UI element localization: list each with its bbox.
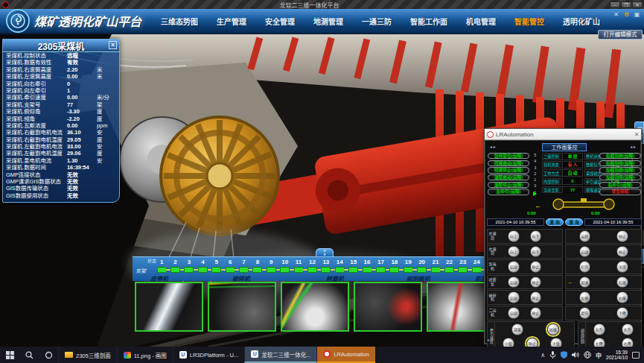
- circle-button[interactable]: 停止: [530, 291, 542, 303]
- defender-shield-icon[interactable]: [561, 351, 567, 359]
- circle-button[interactable]: 减速: [511, 323, 523, 335]
- close-button[interactable]: ✕: [632, 1, 643, 8]
- open-edit-mode-button[interactable]: 打开编辑模式: [598, 30, 643, 40]
- circle-button[interactable]: 运转: [579, 230, 591, 242]
- camera-thumbnail-2[interactable]: [208, 282, 276, 332]
- remote-button-left-4[interactable]: 油泵启动(远程): [488, 174, 529, 180]
- menu-item-1[interactable]: 三维态势图: [161, 16, 198, 27]
- lra-close-icon[interactable]: ✕: [632, 131, 641, 138]
- circle-button[interactable]: 右移: [616, 291, 628, 303]
- circle-button[interactable]: 停止: [616, 230, 628, 242]
- circle-button[interactable]: 左移: [579, 291, 591, 303]
- menu-item-3[interactable]: 安全管理: [265, 16, 295, 27]
- support-status-square[interactable]: [335, 267, 345, 273]
- cortana-icon[interactable]: [39, 347, 58, 363]
- screen-icon[interactable]: ▣: [633, 10, 641, 19]
- taskbar-item-3[interactable]: ULR3DPlatform - U...: [173, 347, 244, 363]
- nav-arrows-right[interactable]: ◂ ▸: [630, 144, 636, 149]
- circle-button[interactable]: 启动: [508, 291, 520, 303]
- maximize-button[interactable]: ❐: [621, 1, 631, 8]
- circle-button[interactable]: 提升: [579, 307, 591, 319]
- support-status-square[interactable]: [307, 267, 317, 273]
- support-status-square[interactable]: [252, 267, 262, 273]
- support-status-square[interactable]: [389, 267, 399, 273]
- minimize-button[interactable]: —: [610, 1, 620, 8]
- circle-button[interactable]: 向下: [530, 246, 542, 258]
- camera-thumbnail-4[interactable]: [354, 282, 422, 332]
- circle-button[interactable]: 停止: [530, 307, 542, 319]
- taskbar-item-4[interactable]: U龙软二三维一体化...: [244, 347, 316, 363]
- search-icon[interactable]: [19, 347, 39, 363]
- support-status-square[interactable]: [444, 267, 454, 273]
- camera-thumbnail-3[interactable]: [281, 282, 349, 332]
- circle-button[interactable]: 向上: [508, 230, 520, 242]
- support-status-square[interactable]: [239, 267, 249, 273]
- circle-button[interactable]: 向下: [530, 230, 542, 242]
- network-globe-icon[interactable]: [584, 351, 591, 359]
- support-status-square[interactable]: [198, 267, 208, 273]
- support-status-square[interactable]: [348, 267, 358, 273]
- circle-button[interactable]: 启动: [508, 261, 520, 273]
- lra-bottom-arrows[interactable]: ◂ ▸: [487, 337, 493, 342]
- remote-button-right-1[interactable]: 右截割启(远程): [599, 153, 641, 159]
- menu-item-2[interactable]: 生产管理: [217, 16, 246, 27]
- taskbar-item-5[interactable]: LRAutomation: [316, 347, 375, 363]
- menu-item-9[interactable]: 透明化矿山: [563, 16, 600, 27]
- speaker-icon[interactable]: [572, 351, 579, 359]
- remote-button-right-2[interactable]: 右截割停(远程): [599, 160, 641, 166]
- tools-icon[interactable]: ✕: [612, 10, 620, 19]
- support-status-square[interactable]: [376, 267, 386, 273]
- circle-button[interactable]: 左升: [593, 323, 605, 335]
- query-button-left[interactable]: 查 询: [546, 218, 564, 226]
- circle-button[interactable]: 下降: [616, 307, 628, 319]
- support-status-square[interactable]: [321, 267, 331, 273]
- circle-button[interactable]: 停止: [530, 277, 542, 288]
- action-center-icon[interactable]: [632, 352, 640, 359]
- taskbar-item-2[interactable]: 11.png - 画图: [117, 347, 173, 363]
- support-status-square[interactable]: [267, 267, 276, 273]
- circle-button[interactable]: 打开: [579, 261, 591, 273]
- circle-button[interactable]: 停止: [616, 246, 628, 258]
- taskbar-clock[interactable]: 16:39 2021/4/10: [606, 350, 628, 361]
- menu-item-8[interactable]: 智能管控: [514, 16, 544, 27]
- support-status-square[interactable]: [417, 267, 427, 273]
- camera-thumbnail-1[interactable]: [135, 282, 203, 332]
- remote-button-right-5[interactable]: 右牵引(远程): [599, 182, 641, 188]
- query-button-right[interactable]: 查 询: [565, 218, 583, 226]
- nav-arrows-left[interactable]: ◂ ▸: [490, 144, 496, 149]
- support-status-square[interactable]: [280, 267, 290, 273]
- circle-button[interactable]: 停止: [530, 261, 542, 273]
- start-button[interactable]: [0, 347, 19, 363]
- remote-button-left-3[interactable]: 喷雾停止(远程): [488, 167, 529, 173]
- gear-icon[interactable]: ⚙: [622, 10, 631, 19]
- support-status-square[interactable]: [226, 267, 235, 273]
- remote-button-right-3[interactable]: 左截割启(远程): [599, 167, 641, 173]
- ime-indicator[interactable]: 中: [596, 351, 602, 359]
- taskbar-item-1[interactable]: 2305三维剖面: [58, 347, 117, 363]
- circle-button[interactable]: 关闭: [616, 261, 628, 273]
- support-status-square[interactable]: [294, 267, 304, 273]
- circle-button[interactable]: 右升: [622, 323, 634, 335]
- remote-button-left-2[interactable]: 喷雾启动(远程): [488, 160, 529, 166]
- menu-item-4[interactable]: 地测管理: [313, 16, 343, 27]
- menu-item-7[interactable]: 机电管理: [466, 16, 496, 27]
- support-status-square[interactable]: [404, 267, 413, 273]
- circle-button[interactable]: 加速: [547, 323, 559, 335]
- circle-button[interactable]: 启动: [508, 277, 520, 288]
- remote-button-right-6[interactable]: 紧急停机: [599, 189, 641, 195]
- support-status-square[interactable]: [472, 267, 482, 273]
- microphone-icon[interactable]: [549, 351, 556, 359]
- support-status-square[interactable]: [184, 267, 194, 273]
- support-status-square[interactable]: [458, 267, 468, 273]
- circle-button[interactable]: 向上: [508, 246, 520, 258]
- lra-titlebar[interactable]: LRAutomation ✕: [485, 129, 641, 140]
- remote-button-left-6[interactable]: 左牵引(远程): [488, 189, 529, 195]
- panel-close-icon[interactable]: ✕: [109, 41, 117, 49]
- circle-button[interactable]: 启动: [508, 307, 520, 319]
- remote-button-left-1[interactable]: 急停复位(远程): [488, 153, 529, 159]
- hidden-icons-chevron[interactable]: ∧: [541, 352, 545, 359]
- support-status-square[interactable]: [363, 267, 372, 273]
- support-status-square[interactable]: [431, 267, 441, 273]
- circle-button[interactable]: 启动: [579, 246, 591, 258]
- remote-button-right-4[interactable]: 左截割停(远程): [599, 174, 641, 180]
